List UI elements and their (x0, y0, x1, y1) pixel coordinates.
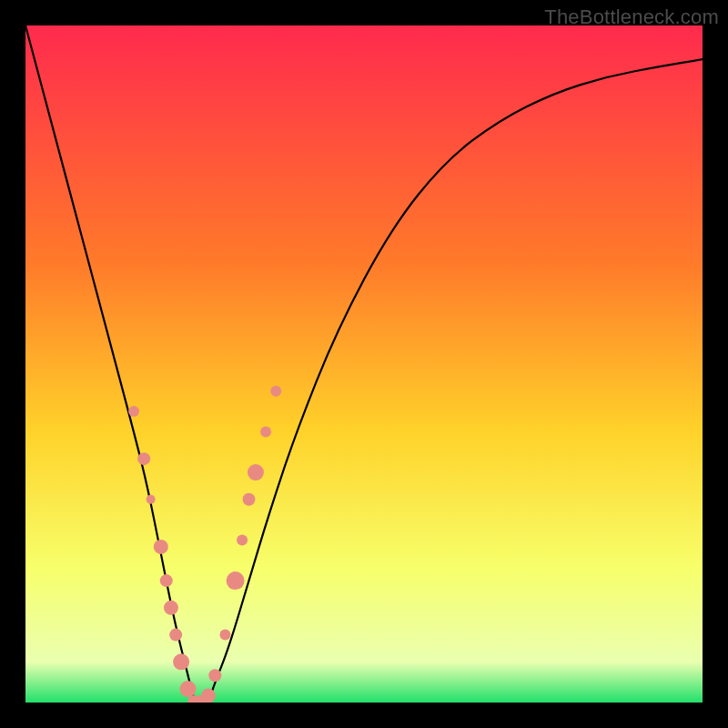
data-marker (164, 601, 178, 615)
data-marker (180, 681, 197, 697)
data-marker (219, 630, 230, 641)
data-marker (208, 669, 221, 682)
data-marker (137, 452, 150, 465)
data-marker (237, 534, 248, 545)
data-marker (147, 495, 156, 504)
data-marker (248, 464, 264, 480)
chart-frame: TheBottleneck.com (0, 0, 728, 728)
data-marker (260, 426, 271, 437)
plot-area (25, 25, 703, 703)
data-marker (201, 689, 216, 703)
data-marker (227, 571, 245, 590)
data-marker (243, 493, 256, 506)
data-marker (160, 574, 173, 587)
data-marker (154, 540, 168, 554)
chart-svg (25, 25, 703, 703)
gradient-background (25, 25, 703, 703)
data-marker (173, 653, 189, 670)
data-marker (270, 386, 281, 397)
data-marker (169, 629, 182, 642)
data-marker (128, 406, 139, 417)
